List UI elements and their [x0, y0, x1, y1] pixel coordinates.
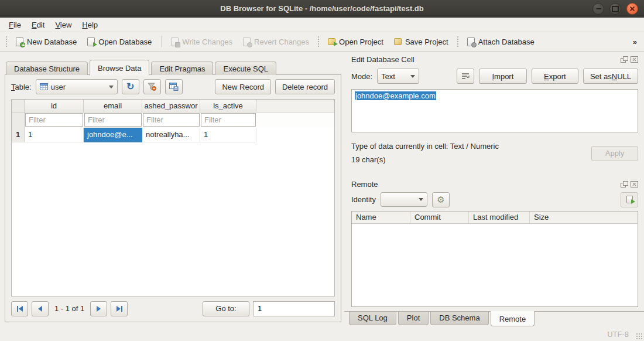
dock-splitter-handle[interactable] — [344, 169, 644, 180]
filter-input-is-active[interactable] — [201, 113, 256, 127]
next-page-button[interactable] — [90, 301, 107, 316]
remote-column-last-modified[interactable]: Last modified — [469, 212, 530, 223]
tab-plot[interactable]: Plot — [398, 312, 429, 325]
delete-record-button[interactable]: Delete record — [275, 79, 335, 94]
tab-browse-data[interactable]: Browse Data — [90, 60, 149, 76]
import-button[interactable]: Import — [479, 69, 527, 84]
tab-edit-pragmas[interactable]: Edit Pragmas — [151, 62, 213, 75]
new-database-button[interactable]: New Database — [12, 35, 81, 49]
new-record-button[interactable]: New Record — [215, 79, 271, 94]
toolbar-drag-handle[interactable] — [5, 36, 8, 47]
refresh-icon: ↻ — [126, 82, 134, 91]
last-page-icon — [117, 306, 121, 312]
grid-header-filler — [256, 100, 334, 112]
table-row: 1 1 johndoe@e... notreallyha... 1 — [12, 128, 334, 142]
edit-cell-toolbar: Mode: Text Import Export Set as NULL — [351, 69, 638, 84]
last-page-button[interactable] — [111, 301, 128, 316]
toolbar-separator — [161, 36, 162, 47]
attach-database-button[interactable]: Attach Database — [463, 35, 539, 49]
grid-filter-corner — [12, 112, 25, 128]
mode-select[interactable]: Text — [377, 69, 419, 84]
browse-data-panel: Table: user ↻ New Record Dele — [5, 74, 341, 322]
remote-column-name[interactable]: Name — [352, 212, 410, 223]
goto-input[interactable] — [253, 301, 335, 316]
revert-changes-button: Revert Changes — [239, 35, 313, 49]
tab-db-schema[interactable]: DB Schema — [430, 312, 488, 325]
cell-editor[interactable]: johndoe@example.com — [351, 89, 638, 132]
clear-filters-button[interactable] — [143, 79, 161, 94]
export-button[interactable]: Export — [532, 69, 578, 84]
resize-grip[interactable] — [636, 333, 642, 339]
right-dock: Edit Database Cell Mode: Text Import Exp… — [344, 52, 644, 327]
toolbar-drag-handle[interactable] — [457, 36, 459, 47]
open-project-button[interactable]: Open Project — [324, 35, 388, 49]
toolbar-drag-handle[interactable] — [317, 36, 320, 47]
menu-view[interactable]: View — [50, 19, 77, 31]
identity-settings-button[interactable]: ⚙ — [432, 192, 450, 207]
identity-select[interactable] — [381, 192, 427, 207]
attach-database-icon — [467, 37, 475, 46]
clone-database-button — [621, 192, 638, 207]
filter-input-email[interactable] — [84, 113, 142, 127]
chevron-down-icon — [410, 75, 415, 78]
save-project-icon — [394, 38, 402, 45]
remote-column-size[interactable]: Size — [530, 212, 638, 223]
remote-column-commit[interactable]: Commit — [410, 212, 469, 223]
cell-id[interactable]: 1 — [25, 128, 84, 142]
save-project-button[interactable]: Save Project — [390, 35, 453, 49]
minimize-icon[interactable] — [592, 3, 604, 15]
cell-is-active[interactable]: 1 — [200, 128, 256, 142]
dock-float-icon[interactable] — [621, 56, 628, 63]
cell-info-row: Type of data currently in cell: Text / N… — [351, 140, 638, 167]
cell-email-selected[interactable]: johndoe@e... — [84, 128, 142, 142]
tab-remote[interactable]: Remote — [491, 311, 535, 326]
set-as-null-button[interactable]: Set as NULL — [583, 69, 638, 84]
write-changes-icon — [171, 37, 179, 46]
cell-hashed-password[interactable]: notreallyha... — [142, 128, 200, 142]
goto-button[interactable]: Go to: — [203, 301, 249, 316]
column-header-hashed-password[interactable]: ashed_passwor — [142, 100, 200, 112]
dock-float-icon[interactable] — [621, 181, 628, 187]
first-page-icon — [17, 306, 18, 312]
mode-label: Mode: — [351, 72, 372, 81]
clone-database-icon — [626, 196, 633, 203]
column-header-email[interactable]: email — [84, 100, 142, 112]
filter-icon — [148, 83, 156, 91]
refresh-button[interactable]: ↻ — [122, 79, 139, 94]
dock-close-icon[interactable] — [631, 181, 638, 187]
row-header[interactable]: 1 — [12, 128, 25, 142]
first-page-button[interactable] — [11, 301, 28, 316]
mode-select-value: Text — [381, 72, 395, 81]
cell-editor-selected-text: johndoe@example.com — [355, 91, 436, 100]
toolbar-overflow-chevron-icon[interactable]: » — [629, 37, 640, 46]
record-range-label: 1 - 1 of 1 — [54, 304, 84, 313]
word-wrap-icon — [461, 73, 470, 80]
titlebar[interactable]: DB Browser for SQLite - /home/user/code/… — [0, 0, 644, 18]
word-wrap-button[interactable] — [457, 69, 474, 84]
menu-help[interactable]: Help — [77, 19, 103, 31]
column-header-is-active[interactable]: is_active — [200, 100, 256, 112]
previous-page-button[interactable] — [32, 301, 49, 316]
dock-close-icon[interactable] — [631, 56, 638, 63]
toolbar: New Database Open Database Write Changes… — [0, 32, 644, 52]
tab-execute-sql[interactable]: Execute SQL — [215, 62, 276, 75]
table-select[interactable]: user — [36, 79, 118, 94]
filter-input-id[interactable] — [25, 113, 83, 127]
grid-corner[interactable] — [12, 100, 25, 112]
open-project-icon — [328, 38, 335, 45]
remote-panel-title: Remote — [344, 180, 644, 190]
filter-input-hashed-password[interactable] — [143, 113, 200, 127]
open-database-button[interactable]: Open Database — [83, 35, 156, 49]
column-header-id[interactable]: id — [25, 100, 84, 112]
close-icon[interactable] — [626, 3, 638, 15]
apply-button: Apply — [591, 146, 638, 161]
menu-file[interactable]: File — [4, 19, 26, 31]
tab-sql-log[interactable]: SQL Log — [349, 312, 396, 325]
save-table-button[interactable] — [165, 79, 183, 94]
menu-edit[interactable]: Edit — [26, 19, 50, 31]
maximize-icon[interactable] — [609, 3, 621, 15]
window-controls — [592, 3, 638, 15]
tab-database-structure[interactable]: Database Structure — [6, 62, 88, 75]
remote-file-table: Name Commit Last modified Size — [351, 211, 638, 307]
dock-tabbar: SQL Log Plot DB Schema Remote — [344, 311, 644, 327]
